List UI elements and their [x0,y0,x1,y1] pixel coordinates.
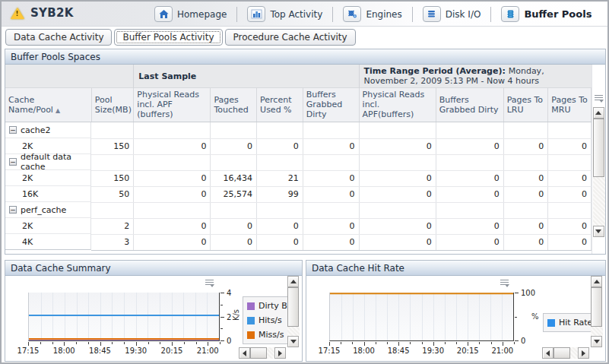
scroll-down-button[interactable] [591,336,602,347]
column-header-physical-reads-avg[interactable]: Physical Reads incl. APF(buffers) [359,88,436,122]
nav-top-activity[interactable]: Top Activity [237,2,332,27]
nav-engines[interactable]: Engines [333,2,411,27]
scrollbar-track[interactable] [593,177,605,226]
x-tick-mark [100,342,101,346]
scrollbar-thumb[interactable] [591,287,602,327]
scroll-left-button[interactable] [542,347,553,359]
table-options-icon[interactable] [595,94,604,103]
group-row[interactable]: −default data cache [5,154,592,170]
cache-name: default data cache [21,152,87,172]
column-header-pages-touched[interactable]: Pages Touched [211,88,257,122]
scrollbar-track[interactable] [267,347,274,359]
x-tick-mark [172,342,173,346]
column-header-pool-size[interactable]: Pool Size(MB) [91,88,134,122]
nav-label: Disk I/O [446,9,481,20]
scroll-right-button[interactable] [578,347,589,359]
table-row[interactable]: 2K200000000 [5,218,592,234]
tab-buffer-pools-activity[interactable]: Buffer Pools Activity [114,29,222,46]
nav-homepage[interactable]: Homepage [144,2,236,27]
value-cell [257,154,303,170]
collapse-icon[interactable]: − [9,206,17,214]
value-cell: 0 [303,186,359,202]
column-header-buffers-grabbed-dirty[interactable]: Buffers Grabbed Dirty [303,88,359,122]
x-tick-mark [28,342,29,346]
scrollbar-thumb[interactable] [553,347,570,359]
chart-vertical-scrollbar[interactable] [287,276,300,347]
value-cell [91,122,134,139]
tab-data-cache-activity[interactable]: Data Cache Activity [5,29,112,46]
top-bar: SYB2K Homepage Top Activity En [2,2,607,27]
value-cell: 0 [436,218,503,234]
x-tick-mark [40,342,41,344]
nav-disk-io[interactable]: Disk I/O [413,2,491,27]
x-tick-mark [196,342,197,344]
value-cell: 0 [503,170,548,186]
x-tick-label: 18:00 [53,347,75,355]
x-tick-mark [503,342,503,346]
scroll-down-button[interactable] [593,226,604,237]
legend-swatch [247,302,255,310]
scrollbar-thumb[interactable] [287,287,299,327]
column-header-pages-to-lru[interactable]: Pages To LRU [503,88,548,122]
chart-horizontal-scrollbar[interactable] [542,347,589,359]
chart-vertical-scrollbar[interactable] [591,276,603,347]
legend-label: Hits/s [259,315,282,325]
scrollbar-thumb[interactable] [250,347,267,359]
scrollbar-track[interactable] [570,347,578,359]
chart-options-icon[interactable] [500,279,509,287]
nav-label: Homepage [177,9,227,20]
table-row[interactable]: 4K300000000 [5,234,592,250]
table-row[interactable]: 2K150016,4342100000 [5,170,592,186]
table-row[interactable]: 16K50025,5749900000 [5,186,592,202]
scroll-right-button[interactable] [274,347,286,359]
cache-name: 4K [22,237,33,247]
group-row[interactable]: −cache2 [5,122,592,139]
value-cell: 0 [134,186,211,202]
value-cell: 0 [548,234,592,250]
x-tick-mark [76,342,77,344]
group-header-spacer [5,65,134,88]
scroll-up-button[interactable] [287,276,299,287]
collapse-icon[interactable]: − [9,126,17,134]
column-header-percent-used[interactable]: Percent Used % [257,88,303,122]
x-tick-mark [514,342,515,344]
value-cell: 0 [134,170,211,186]
value-cell: 0 [257,234,303,250]
value-cell: 0 [257,218,303,234]
chart-horizontal-scrollbar[interactable] [239,347,286,359]
collapse-icon[interactable]: − [9,158,17,166]
column-header-buffers-grabbed-dirty-avg[interactable]: Buffers Grabbed Dirty [436,88,503,122]
table-column-header-row: Cache Name/Pool▲ Pool Size(MB) Physical … [5,88,592,122]
table-row[interactable]: 2K15000000000 [5,138,592,154]
chart-options-icon[interactable] [205,279,214,287]
column-header-cache-name[interactable]: Cache Name/Pool▲ [5,88,91,122]
column-header-pages-to-mru[interactable]: Pages To MRU [548,88,592,122]
value-cell: 0 [548,138,592,154]
x-tick-mark [124,342,125,344]
value-cell [359,154,436,170]
value-cell: 0 [548,218,592,234]
scroll-left-button[interactable] [239,347,250,359]
x-tick-mark [376,342,376,344]
y-tick-label: 4 [227,289,231,297]
x-tick-label: 21:00 [197,347,219,355]
scrollbar-thumb[interactable] [593,119,604,177]
scroll-up-button[interactable] [593,107,604,119]
table-vertical-scrollbar[interactable] [593,107,605,237]
group-row[interactable]: −perf_cache [5,202,592,218]
scroll-down-button[interactable] [287,336,299,347]
value-cell: 0 [548,186,592,202]
scrollbar-track[interactable] [591,327,603,336]
scrollbar-track[interactable] [287,327,300,336]
x-tick-mark [387,342,388,344]
tab-procedure-cache-activity[interactable]: Procedure Cache Activity [225,29,356,46]
scroll-up-button[interactable] [591,276,602,287]
value-cell: 3 [91,234,134,250]
disk-stack-icon [423,6,441,22]
value-cell: 0 [303,170,359,186]
column-header-physical-reads[interactable]: Physical Reads incl. APF (buffers) [134,88,211,122]
value-cell: 0 [134,138,211,154]
nav-buffer-pools[interactable]: Buffer Pools [491,2,601,27]
value-cell: 2 [91,218,134,234]
cache-name: 2K [22,221,33,231]
